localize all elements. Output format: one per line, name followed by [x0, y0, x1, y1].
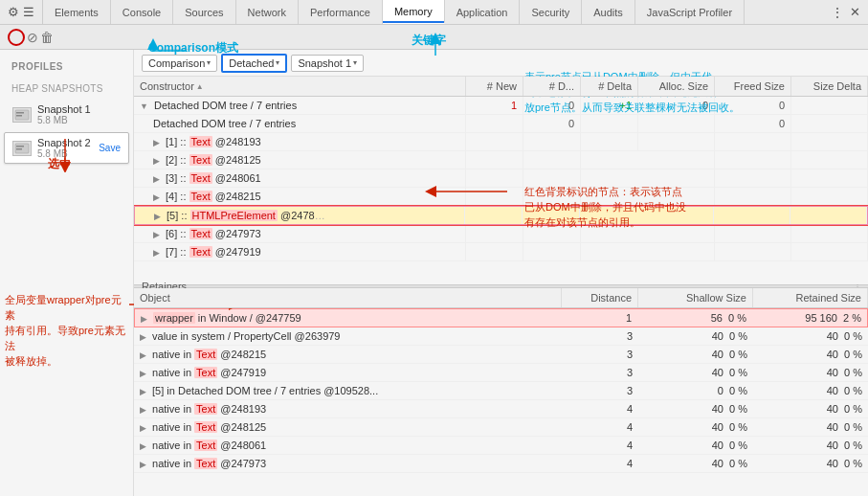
ltd-distance: 4	[562, 437, 638, 454]
retainer-row[interactable]: ▶ [5] in Detached DOM tree / 7 entries @…	[134, 382, 868, 400]
tab-js-profiler[interactable]: JavaScript Profiler	[635, 0, 745, 24]
ltd-retained: 40 0 %	[753, 346, 868, 363]
table-row[interactable]: ▶ [4] :: Text @248215	[134, 188, 868, 206]
table-row[interactable]: ▶ [2] :: Text @248125	[134, 151, 868, 169]
ltd-distance: 3	[562, 327, 638, 345]
table-row[interactable]: ▶ [6] :: Text @247973	[134, 225, 868, 243]
td-constructor: ▶ [4] :: Text @248215	[134, 188, 466, 205]
comparison-dropdown[interactable]: Comparison ▾	[142, 55, 217, 72]
retainers-header: Object Distance Shallow Size Retained Si…	[134, 288, 868, 308]
ltd-object: ▶ native in Text @248215	[134, 346, 562, 363]
td-new	[466, 133, 523, 150]
expand-icon[interactable]: ▶	[153, 230, 160, 239]
snapshot-2-item[interactable]: Snapshot 2 5.8 MB Save	[4, 132, 129, 164]
retainer-row[interactable]: ▶ native in Text @248193 4 40 0 % 40 0 %	[134, 400, 868, 418]
td-constructor: Detached DOM tree / 7 entries	[134, 115, 466, 132]
retainer-row[interactable]: ▶ native in Text @247973 4 40 0 % 40 0 %	[134, 455, 868, 473]
expand-icon[interactable]: ▶	[140, 460, 146, 469]
tab-elements[interactable]: Elements	[43, 0, 111, 24]
retainer-row-wrapper[interactable]: ▶ wrapper in Window / @247759 1 56 0 % 9…	[134, 308, 868, 327]
table-row[interactable]: Detached DOM tree / 7 entries 0 0	[134, 115, 868, 133]
retainer-row[interactable]: ▶ native in Text @247919 3 40 0 % 40 0 %	[134, 364, 868, 382]
lth-retained[interactable]: Retained Size	[753, 288, 868, 307]
ltd-retained: 40 0 %	[753, 400, 868, 417]
snapshot-1-item[interactable]: Snapshot 1 5.8 MB	[4, 99, 129, 130]
record-icon[interactable]	[8, 29, 25, 46]
table-row[interactable]: ▼ Detached DOM tree / 7 entries 1 0 +1 0…	[134, 97, 868, 115]
th-size-delta[interactable]: Size Delta	[791, 77, 868, 96]
ltd-object: ▶ [5] in Detached DOM tree / 7 entries @…	[134, 382, 562, 399]
expand-icon[interactable]: ▶	[153, 174, 160, 184]
snapshot-2-save-button[interactable]: Save	[99, 143, 121, 153]
comparison-toolbar: Comparison ▾ Detached ▾ Snapshot 1 ▾	[134, 50, 868, 77]
tab-console[interactable]: Console	[111, 0, 173, 24]
snapshot-dropdown[interactable]: Snapshot 1 ▾	[291, 55, 364, 72]
td-alloc: 0	[638, 97, 715, 114]
expand-icon[interactable]: ▼	[140, 101, 148, 111]
ltd-distance: 4	[562, 455, 638, 472]
retainers-table[interactable]: Object Distance Shallow Size Retained Si…	[134, 288, 868, 496]
ltd-object: ▶ value in system / PropertyCell @263979	[134, 327, 562, 345]
th-new[interactable]: # New	[466, 77, 523, 96]
th-alloc[interactable]: Alloc. Size	[638, 77, 715, 96]
table-row-highlighted[interactable]: ▶ [5] :: HTMLPreElement @2478…	[134, 206, 868, 225]
retainer-row[interactable]: ▶ native in Text @248061 4 40 0 % 40 0 %	[134, 437, 868, 455]
expand-icon[interactable]: ▶	[154, 212, 161, 221]
tab-network[interactable]: Network	[236, 0, 299, 24]
td-size-delta	[791, 97, 868, 114]
lth-distance[interactable]: Distance	[562, 288, 638, 307]
expand-icon[interactable]: ▶	[153, 248, 160, 258]
table-row[interactable]: ▶ [1] :: Text @248193	[134, 133, 868, 151]
expand-icon[interactable]: ▶	[140, 350, 146, 360]
table-row[interactable]: ▶ [3] :: Text @248061	[134, 169, 868, 188]
table-row[interactable]: ▶ [7] :: Text @247919	[134, 243, 868, 261]
retainer-row[interactable]: ▶ native in Text @248125 4 40 0 % 40 0 %	[134, 418, 868, 437]
td-deleted: 0	[523, 97, 581, 114]
td-constructor: ▶ [3] :: Text @248061	[134, 169, 466, 187]
th-deleted[interactable]: # D...	[523, 77, 581, 96]
heap-snapshots-label: HEAP SNAPSHOTS	[0, 76, 133, 98]
more-tabs-icon[interactable]: ⋮	[831, 5, 844, 20]
expand-icon[interactable]: ▶	[140, 332, 146, 342]
tab-performance[interactable]: Performance	[299, 0, 383, 24]
expand-icon[interactable]: ▶	[140, 369, 146, 378]
expand-icon[interactable]: ▶	[141, 314, 147, 324]
expand-icon[interactable]: ▶	[153, 156, 160, 166]
detached-arrow-icon: ▾	[276, 58, 279, 67]
ltd-retained: 40 0 %	[753, 455, 868, 472]
ltd-shallow: 56 0 %	[637, 309, 752, 327]
tab-memory[interactable]: Memory	[383, 0, 445, 24]
close-devtools-icon[interactable]: ✕	[850, 5, 860, 19]
snapshot-2-info: Snapshot 2 5.8 MB	[37, 137, 91, 159]
ltd-retained: 40 0 %	[753, 382, 868, 399]
td-alloc	[638, 133, 715, 150]
expand-icon[interactable]: ▶	[153, 138, 160, 147]
expand-icon[interactable]: ▶	[140, 423, 146, 433]
delete-icon[interactable]: 🗑	[40, 30, 54, 45]
expand-icon[interactable]: ▶	[140, 441, 146, 451]
td-constructor: ▶ [1] :: Text @248193	[134, 133, 466, 150]
ltd-retained: 40 0 %	[753, 437, 868, 454]
lth-object[interactable]: Object	[134, 288, 562, 307]
lth-shallow[interactable]: Shallow Size	[638, 288, 753, 307]
th-constructor[interactable]: Constructor	[134, 77, 466, 96]
comparison-arrow-icon: ▾	[207, 58, 211, 67]
snapshot-1-size: 5.8 MB	[37, 115, 91, 125]
expand-icon[interactable]: ▶	[140, 387, 146, 396]
retainer-row[interactable]: ▶ value in system / PropertyCell @263979…	[134, 327, 868, 346]
retainer-row[interactable]: ▶ native in Text @248215 3 40 0 % 40 0 %	[134, 346, 868, 364]
expand-icon[interactable]: ▶	[153, 192, 160, 202]
upper-table[interactable]: Constructor # New # D... # Delta Alloc. …	[134, 77, 868, 284]
th-freed[interactable]: Freed Size	[715, 77, 791, 96]
tab-audits[interactable]: Audits	[582, 0, 635, 24]
tab-security[interactable]: Security	[520, 0, 582, 24]
detached-label: Detached	[229, 57, 274, 69]
ltd-object: ▶ native in Text @248061	[134, 437, 562, 454]
tab-application[interactable]: Application	[445, 0, 521, 24]
expand-icon[interactable]: ▶	[140, 405, 146, 415]
tab-sources[interactable]: Sources	[173, 0, 235, 24]
th-delta[interactable]: # Delta	[581, 77, 638, 96]
detached-dropdown[interactable]: Detached ▾	[221, 54, 287, 73]
ltd-shallow: 40 0 %	[638, 327, 753, 345]
clear-icon[interactable]: ⊘	[27, 30, 38, 45]
